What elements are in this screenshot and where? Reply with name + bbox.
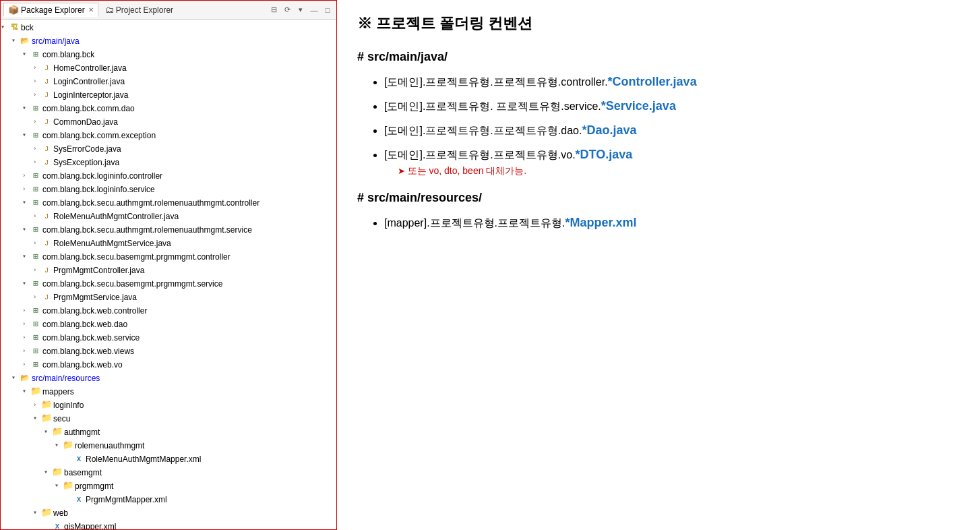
tree-item[interactable]: X PrgmMgmtMapper.xml [1, 493, 336, 506]
arrow-icon: › [22, 183, 30, 196]
tab-close-icon[interactable]: ✕ [88, 6, 94, 13]
package-icon: ⊞ [30, 184, 41, 195]
arrow-icon: › [22, 359, 30, 371]
package-explorer-panel: 📦 Package Explorer ✕ 🗂 Project Explorer … [0, 0, 337, 530]
tree-item[interactable]: › J LoginInterceptor.java [1, 88, 336, 102]
java-file-icon: J [41, 211, 52, 222]
highlight-service: *Service.java [601, 99, 676, 113]
arrow-icon: ▾ [55, 480, 63, 492]
arrow-icon: › [33, 116, 41, 128]
folder-icon: 📁 [63, 440, 73, 451]
tree-item[interactable]: ▾ ⊞ com.blang.bck.secu.basemgmt.prgmmgmt… [1, 250, 336, 264]
panel-header: 📦 Package Explorer ✕ 🗂 Project Explorer … [1, 1, 336, 20]
tree-item[interactable]: › 📁 loginInfo [1, 399, 336, 412]
tree-item[interactable]: ▾ 📂 src/main/resources [1, 372, 336, 385]
minimize-button[interactable]: — [308, 4, 320, 16]
tree-item[interactable]: ▾ ⊞ com.blang.bck.comm.dao [1, 102, 336, 115]
arrow-icon: ▾ [22, 386, 30, 398]
java-file-icon: J [41, 292, 52, 303]
package-icon: ⊞ [30, 130, 41, 141]
tree-item[interactable]: › J LoginController.java [1, 75, 336, 88]
tree-item[interactable]: › ⊞ com.blang.bck.web.controller [1, 304, 336, 318]
tree-item[interactable]: › J SysException.java [1, 156, 336, 169]
tree-item[interactable]: › J SysErrorCode.java [1, 142, 336, 156]
tree-item[interactable]: ▾ ⊞ com.blang.bck.secu.authmgmt.rolemenu… [1, 196, 336, 210]
tree-item[interactable]: ▾ 📁 prgmmgmt [1, 479, 336, 493]
tree-item[interactable]: ▾ ⊞ com.blang.bck [1, 48, 336, 61]
tree-item[interactable]: › ⊞ com.blang.bck.web.views [1, 345, 336, 358]
main-title: ※ 프로젝트 폴더링 컨벤션 [357, 13, 960, 34]
tree-item[interactable]: › ⊞ com.blang.bck.logininfo.service [1, 183, 336, 196]
list-item: [도메인].프로젝트유형.프로젝트유형.vo.*DTO.java 또는 vo, … [384, 148, 960, 177]
tree-item[interactable]: › J HomeController.java [1, 61, 336, 75]
tree-item[interactable]: X gisMapper.xml [1, 520, 336, 529]
package-icon: ⊞ [30, 332, 41, 343]
xml-file-icon: X [52, 521, 63, 529]
tree-item[interactable]: › ⊞ com.blang.bck.logininfo.controller [1, 169, 336, 183]
tree-item[interactable]: › ⊞ com.blang.bck.web.service [1, 331, 336, 345]
folder-icon: 📁 [63, 481, 73, 492]
tree-item[interactable]: › J CommonDao.java [1, 115, 336, 129]
list-item: [mapper].프로젝트유형.프로젝트유형.*Mapper.xml [384, 216, 960, 231]
arrow-icon: ▾ [22, 224, 30, 236]
tree-item[interactable]: ▾ 📁 basemgmt [1, 466, 336, 479]
tree-item[interactable]: ▾ 📁 web [1, 506, 336, 520]
tree-item[interactable]: ▾ 📁 secu [1, 412, 336, 425]
item-text: [mapper].프로젝트유형.프로젝트유형. [384, 217, 565, 229]
resources-bullet-list: [mapper].프로젝트유형.프로젝트유형.*Mapper.xml [384, 216, 960, 231]
arrow-icon: ▾ [22, 102, 30, 115]
tree-item[interactable]: › J PrgmMgmtService.java [1, 291, 336, 304]
highlight-mapper: *Mapper.xml [565, 216, 636, 229]
arrow-icon: › [33, 143, 41, 155]
arrow-icon: › [22, 345, 30, 357]
arrow-icon: ▾ [22, 129, 30, 142]
item-text: [도메인].프로젝트유형.프로젝트유형.controller. [384, 76, 608, 88]
tree-item[interactable]: ▾ 📁 mappers [1, 385, 336, 399]
project-icon: 🏗 [9, 22, 20, 33]
tree-item[interactable]: X RoleMenuAuthMgmtMapper.xml [1, 452, 336, 466]
java-file-icon: J [41, 90, 52, 100]
tree-item[interactable]: › ⊞ com.blang.bck.web.dao [1, 318, 336, 331]
folder-icon: 📁 [52, 467, 63, 478]
item-text: [도메인].프로젝트유형.프로젝트유형.dao. [384, 125, 582, 136]
java-bullet-list: [도메인].프로젝트유형.프로젝트유형.controller.*Controll… [384, 75, 960, 177]
tree-item[interactable]: ▾ ⊞ com.blang.bck.comm.exception [1, 129, 336, 142]
tree-item[interactable]: ▾ 📁 authmgmt [1, 425, 336, 439]
tree-item[interactable]: ▾ ⊞ com.blang.bck.secu.authmgmt.rolemenu… [1, 223, 336, 237]
arrow-icon: › [33, 291, 41, 303]
list-item: [도메인].프로젝트유형.프로젝트유형.controller.*Controll… [384, 75, 960, 90]
arrow-icon: ▾ [44, 467, 52, 479]
package-icon: ⊞ [30, 319, 41, 330]
tree-item[interactable]: › J RoleMenuAuthMgmtService.java [1, 237, 336, 250]
arrow-icon: ▾ [22, 278, 30, 290]
tab-package-explorer[interactable]: 📦 Package Explorer ✕ [3, 3, 98, 17]
package-explorer-icon: 📦 [8, 5, 19, 15]
arrow-icon: › [22, 332, 30, 344]
panel-toolbar: ⊟ ⟳ ▾ — □ [268, 4, 334, 16]
tree-item[interactable]: ▾ ⊞ com.blang.bck.secu.basemgmt.prgmmgmt… [1, 277, 336, 291]
collapse-all-button[interactable]: ⊟ [268, 4, 280, 16]
tree-item[interactable]: ▾ 📁 rolemenuauthmgmt [1, 439, 336, 452]
tree-item[interactable]: › J PrgmMgmtController.java [1, 264, 336, 277]
link-editor-button[interactable]: ⟳ [281, 4, 293, 16]
java-file-icon: J [41, 76, 52, 87]
tree-item[interactable]: ▾ 📂 src/main/java [1, 34, 336, 48]
folder-icon: 📁 [52, 427, 63, 438]
sub-note: 또는 vo, dto, been 대체가능. [398, 165, 960, 177]
arrow-icon: ▾ [33, 413, 41, 425]
list-item: [도메인].프로젝트유형. 프로젝트유형.service.*Service.ja… [384, 99, 960, 114]
tree-item[interactable]: ▾ 🏗 bck [1, 21, 336, 34]
package-icon: ⊞ [30, 278, 41, 289]
java-file-icon: J [41, 157, 52, 168]
tree-item[interactable]: › J RoleMenuAuthMgmtController.java [1, 210, 336, 223]
package-icon: ⊞ [30, 198, 41, 208]
list-item: [도메인].프로젝트유형.프로젝트유형.dao.*Dao.java [384, 123, 960, 138]
arrow-icon: › [33, 264, 41, 276]
tree-item[interactable]: › ⊞ com.blang.bck.web.vo [1, 358, 336, 372]
package-icon: ⊞ [30, 252, 41, 262]
tab-project-explorer[interactable]: 🗂 Project Explorer [101, 3, 177, 16]
menu-button[interactable]: ▾ [295, 4, 307, 16]
src-folder-icon: 📂 [20, 36, 30, 47]
arrow-icon: › [33, 89, 41, 101]
maximize-button[interactable]: □ [321, 4, 334, 16]
